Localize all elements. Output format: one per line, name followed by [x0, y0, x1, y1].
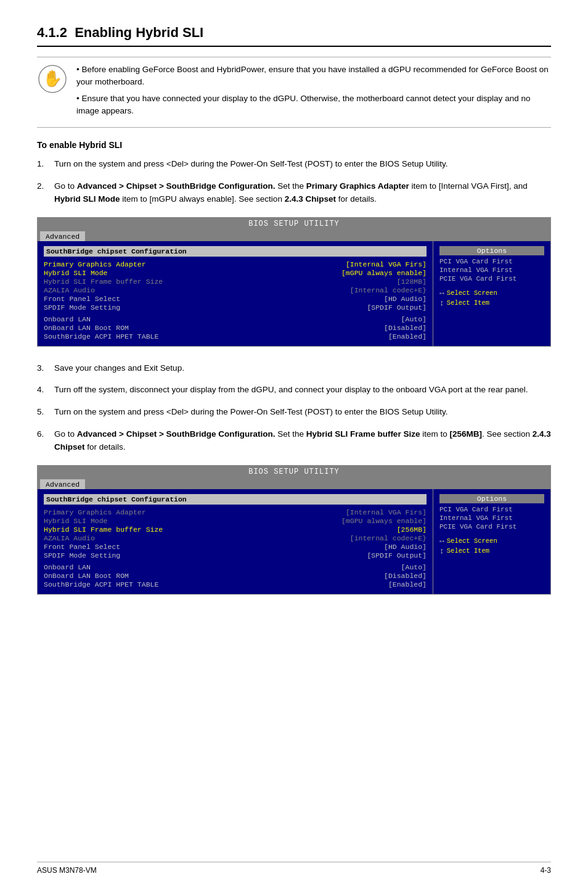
bios1-rows: Primary Graphics Adapter[Internal VGA Fi… [44, 260, 427, 340]
step-5: 5. Turn on the system and press <Del> du… [37, 405, 551, 419]
steps-list-2: 3. Save your changes and Exit Setup. 4. … [37, 361, 551, 454]
step-5-text: Turn on the system and press <Del> durin… [54, 405, 448, 419]
footer: ASUS M3N78-VM 4-3 [37, 862, 551, 875]
bios1-nav: ↔Select Screen↕Select Item [439, 289, 544, 308]
hand-icon: ✋ [37, 64, 68, 94]
step-2: 2. Go to Advanced > Chipset > SouthBridg… [37, 179, 551, 206]
step-1: 1. Turn on the system and press <Del> du… [37, 157, 551, 171]
bios-options-title-2: Options [439, 494, 544, 503]
step-3-text: Save your changes and Exit Setup. [54, 361, 184, 375]
step-4-num: 4. [37, 383, 48, 397]
bios-screenshot-1: BIOS SETUP UTILITY Advanced SouthBridge … [37, 217, 551, 347]
section-title: 4.1.2 Enabling Hybrid SLI [37, 25, 551, 47]
bios-options-title-1: Options [439, 246, 544, 255]
step-4-text: Turn off the system, disconnect your dis… [54, 383, 528, 397]
bios-tab-advanced-1: Advanced [40, 231, 85, 241]
bios1-options: PCI VGA Card FirstInternal VGA FirstPCIE… [439, 258, 544, 283]
notice-box: ✋ Before enabling GeForce Boost and Hybr… [37, 57, 551, 128]
steps-list: 1. Turn on the system and press <Del> du… [37, 157, 551, 206]
step-6-num: 6. [37, 427, 48, 454]
step-2-num: 2. [37, 179, 48, 206]
step-6: 6. Go to Advanced > Chipset > SouthBridg… [37, 427, 551, 454]
step-2-text: Go to Advanced > Chipset > SouthBridge C… [54, 179, 551, 206]
bios-tab-bar-1: Advanced [38, 230, 550, 241]
step-1-text: Turn on the system and press <Del> durin… [54, 157, 448, 171]
svg-text:✋: ✋ [43, 68, 63, 88]
step-5-num: 5. [37, 405, 48, 419]
bios-tab-bar-2: Advanced [38, 478, 550, 489]
footer-right: 4-3 [541, 866, 551, 875]
bios-main-2: SouthBridge chipset Configuration Primar… [38, 489, 433, 594]
notice-item-1: Before enabling GeForce Boost and Hybrid… [76, 64, 551, 89]
step-6-text: Go to Advanced > Chipset > SouthBridge C… [54, 427, 551, 454]
step-4: 4. Turn off the system, disconnect your … [37, 383, 551, 397]
bios-title-bar-2: BIOS SETUP UTILITY [38, 466, 550, 478]
bios-body-1: SouthBridge chipset Configuration Primar… [38, 241, 550, 346]
notice-icon: ✋ [37, 64, 68, 94]
bios2-options: PCI VGA Card FirstInternal VGA FirstPCIE… [439, 506, 544, 530]
step-3: 3. Save your changes and Exit Setup. [37, 361, 551, 375]
footer-left: ASUS M3N78-VM [37, 866, 97, 875]
bios-sidebar-2: Options PCI VGA Card FirstInternal VGA F… [433, 489, 550, 594]
bios-section-header-2: SouthBridge chipset Configuration [44, 494, 427, 505]
bios-screenshot-2: BIOS SETUP UTILITY Advanced SouthBridge … [37, 465, 551, 595]
bios-sidebar-1: Options PCI VGA Card FirstInternal VGA F… [433, 241, 550, 346]
bios2-rows: Primary Graphics Adapter[Internal VGA Fi… [44, 508, 427, 588]
step-1-num: 1. [37, 157, 48, 171]
bios-body-2: SouthBridge chipset Configuration Primar… [38, 489, 550, 594]
bios-tab-advanced-2: Advanced [40, 479, 85, 489]
bios-section-header-1: SouthBridge chipset Configuration [44, 246, 427, 257]
subsection-title: To enable Hybrid SLI [37, 140, 551, 150]
bios2-nav: ↔Select Screen↕Select Item [439, 537, 544, 556]
step-3-num: 3. [37, 361, 48, 375]
bios-title-bar-1: BIOS SETUP UTILITY [38, 218, 550, 230]
notice-item-2: Ensure that you have connected your disp… [76, 93, 551, 118]
bios-main-1: SouthBridge chipset Configuration Primar… [38, 241, 433, 346]
notice-text: Before enabling GeForce Boost and Hybrid… [76, 64, 551, 121]
